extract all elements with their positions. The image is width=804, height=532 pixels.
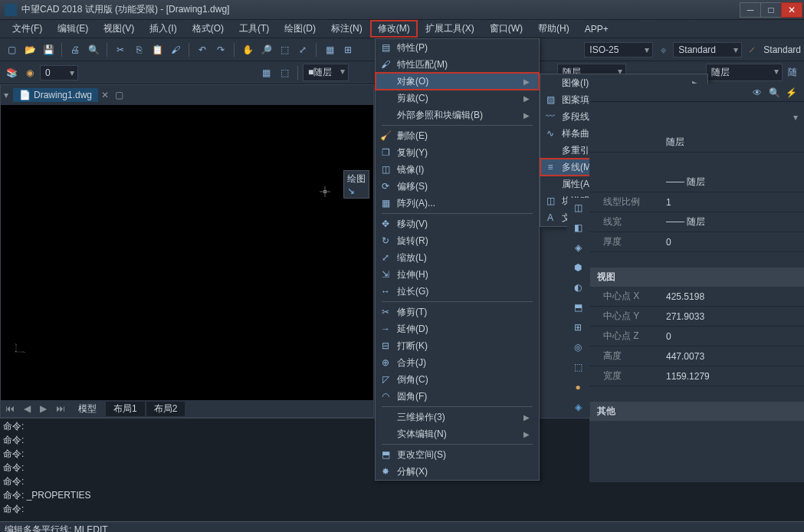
vtool6-icon[interactable]: ⬒ <box>567 297 589 317</box>
menu-trim[interactable]: ✂修剪(T) <box>376 304 539 320</box>
menu-draw[interactable]: 绘图(D) <box>277 20 323 38</box>
prop-cx[interactable]: 425.5198 <box>666 291 804 302</box>
prop-cz[interactable]: 0 <box>666 331 804 342</box>
vtool3-icon[interactable]: ◈ <box>567 238 589 258</box>
menu-dimension[interactable]: 标注(N) <box>323 20 370 38</box>
menu-3dops[interactable]: 三维操作(3)▶ <box>376 409 539 425</box>
dimstyle-dropdown[interactable]: ISO-25 <box>584 42 653 57</box>
zoomext-icon[interactable]: ⤢ <box>294 41 311 58</box>
save-icon[interactable]: 💾 <box>40 41 57 58</box>
vtool4-icon[interactable]: ⬢ <box>567 258 589 277</box>
menu-break[interactable]: ⊟打断(K) <box>376 337 539 354</box>
std-icon[interactable]: ⟋ <box>743 41 760 58</box>
menu-mirror[interactable]: ◫镜像(I) <box>376 161 539 178</box>
match-icon[interactable]: 🖌 <box>167 41 184 58</box>
menu-insert[interactable]: 插入(I) <box>142 20 184 38</box>
lineweight-dropdown[interactable]: 随层 <box>706 64 783 81</box>
prop-thk[interactable]: 0 <box>666 237 804 248</box>
vtool1-icon[interactable]: ◫ <box>567 198 589 218</box>
tab-layout2[interactable]: 布局2 <box>146 402 185 416</box>
menu-window[interactable]: 窗口(W) <box>482 20 530 38</box>
menu-tools[interactable]: 工具(T) <box>231 20 277 38</box>
layer-dropdown[interactable]: 0 <box>40 65 78 80</box>
menu-copy[interactable]: ❐复制(Y) <box>376 144 539 161</box>
tbl-icon[interactable]: ▦ <box>258 64 274 81</box>
zoomwin-icon[interactable]: ⬚ <box>276 41 293 58</box>
minimize-button[interactable]: ─ <box>740 2 761 18</box>
section-view[interactable]: 视图 <box>589 268 804 287</box>
layermgr-icon[interactable]: 📚 <box>3 64 20 81</box>
vtool5-icon[interactable]: ◐ <box>567 277 589 297</box>
vtool10-icon[interactable]: ● <box>567 377 589 397</box>
draw-arrow-icon[interactable]: ↘ <box>347 186 355 196</box>
prop-lw[interactable]: —— 随层 <box>666 215 804 228</box>
redo-icon[interactable]: ↷ <box>212 41 229 58</box>
menu-edit[interactable]: 编辑(E) <box>50 20 96 38</box>
preview-icon[interactable]: 🔍 <box>85 41 102 58</box>
zoom-icon[interactable]: 🔎 <box>258 41 274 58</box>
document-tab[interactable]: 📄 Drawing1.dwg <box>13 88 98 102</box>
tab-prev-icon[interactable]: ◀ <box>19 402 35 415</box>
textstyle-dropdown[interactable]: Standard <box>673 42 742 57</box>
vtool7-icon[interactable]: ⊞ <box>567 317 589 337</box>
menu-express[interactable]: 扩展工具(X) <box>418 20 482 38</box>
prop-layer[interactable]: 随层 <box>666 136 804 149</box>
menu-file[interactable]: 文件(F) <box>5 20 50 38</box>
menu-help[interactable]: 帮助(H) <box>530 20 577 38</box>
panel-btn3-icon[interactable]: ⚡ <box>783 84 799 101</box>
panel-btn2-icon[interactable]: 🔍 <box>766 84 783 101</box>
grid2-icon[interactable]: ⬚ <box>276 64 293 81</box>
menu-chamfer[interactable]: ◸倒角(C) <box>376 371 539 388</box>
vtool2-icon[interactable]: ◧ <box>567 218 589 238</box>
prop-w[interactable]: 1159.1279 <box>666 371 804 382</box>
vtool11-icon[interactable]: ◈ <box>567 397 589 417</box>
paste-icon[interactable]: 📋 <box>149 41 166 58</box>
menu-chspace[interactable]: ⬒更改空间(S) <box>376 446 539 463</box>
grid-icon[interactable]: ▦ <box>321 41 338 58</box>
menu-xref[interactable]: 外部参照和块编辑(B)▶ <box>376 107 539 123</box>
menu-rotate[interactable]: ↻旋转(R) <box>376 232 539 249</box>
panel-btn1-icon[interactable]: 👁 <box>749 84 766 101</box>
cmd-input[interactable]: 命令: <box>3 503 801 517</box>
menu-clip[interactable]: 剪裁(C)▶ <box>376 90 539 107</box>
print-icon[interactable]: 🖨 <box>67 41 84 58</box>
panel-dropdown-icon[interactable]: ▾ <box>793 112 798 123</box>
table-icon[interactable]: ⊞ <box>340 41 356 58</box>
prop-cy[interactable]: 271.9033 <box>666 311 804 322</box>
open-icon[interactable]: 📂 <box>21 41 38 58</box>
new-icon[interactable]: ▢ <box>3 41 20 58</box>
menu-move[interactable]: ✥移动(V) <box>376 215 539 232</box>
tab-last-icon[interactable]: ⏭ <box>51 402 70 415</box>
menu-stretch[interactable]: ⇲拉伸(H) <box>376 266 539 283</box>
tab-close-icon[interactable]: ✕ <box>98 90 112 100</box>
menu-properties[interactable]: ▤特性(P) <box>376 39 539 56</box>
tab-new-icon[interactable]: ▢ <box>112 90 126 100</box>
color-dropdown[interactable]: ■随层 <box>303 64 349 81</box>
menu-lengthen[interactable]: ↔拉长(G) <box>376 283 539 300</box>
floating-toolbar[interactable]: 绘图 ↘ <box>343 170 369 199</box>
tab-model[interactable]: 模型 <box>71 402 104 416</box>
tab-next-icon[interactable]: ▶ <box>35 402 51 415</box>
menu-fillet[interactable]: ◠圆角(F) <box>376 388 539 405</box>
close-button[interactable]: ✕ <box>781 2 802 18</box>
menu-object[interactable]: 对象(O)▶ <box>376 73 539 90</box>
menu-format[interactable]: 格式(O) <box>185 20 231 38</box>
section-misc[interactable]: 其他 <box>589 402 804 421</box>
vtool8-icon[interactable]: ◎ <box>567 337 589 357</box>
menu-solidedit[interactable]: 实体编辑(N)▶ <box>376 425 539 442</box>
menu-offset[interactable]: ⟳偏移(S) <box>376 178 539 195</box>
menu-array[interactable]: ▦阵列(A)... <box>376 195 539 212</box>
menu-join[interactable]: ⊕合并(J) <box>376 354 539 371</box>
tab-first-icon[interactable]: ⏮ <box>1 402 19 415</box>
prop-h[interactable]: 447.0073 <box>666 351 804 362</box>
lw-icon[interactable]: 随 <box>784 64 801 81</box>
copy-icon[interactable]: ⎘ <box>130 41 147 58</box>
vtool9-icon[interactable]: ⬚ <box>567 357 589 377</box>
menu-erase[interactable]: 🧹删除(E) <box>376 127 539 144</box>
cut-icon[interactable]: ✂ <box>112 41 129 58</box>
menu-app[interactable]: APP+ <box>577 21 616 37</box>
menu-scale[interactable]: ⤢缩放(L) <box>376 249 539 266</box>
maximize-button[interactable]: □ <box>760 2 782 18</box>
menu-matchprop[interactable]: 🖌特性匹配(M) <box>376 56 539 73</box>
tab-arrow-icon[interactable]: ▾ <box>4 90 8 100</box>
